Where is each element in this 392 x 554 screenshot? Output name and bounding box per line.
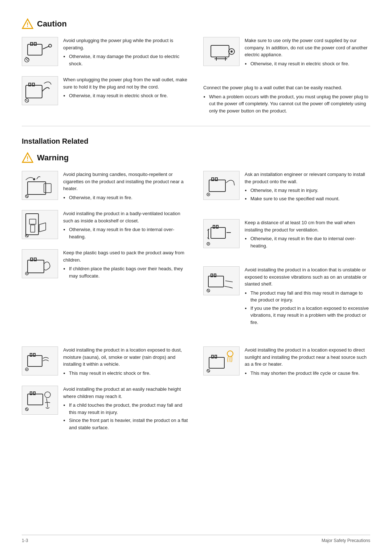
warn-img-1 xyxy=(22,171,58,200)
warn-text-l5: Avoid installing the product at an easil… xyxy=(63,386,189,432)
warn-illustration-1 xyxy=(24,173,56,198)
warning-left-1: Avoid placing burning candles, mosquito-… xyxy=(22,171,189,343)
warn-item-r1: Ask an installation engineer or relevant… xyxy=(203,171,370,211)
svg-line-65 xyxy=(26,408,28,410)
svg-point-34 xyxy=(26,273,28,274)
warn-illustration-r3 xyxy=(205,268,237,294)
svg-rect-10 xyxy=(26,85,42,98)
svg-point-21 xyxy=(33,178,35,180)
caution-item-2: When unplugging the power plug from the … xyxy=(22,76,189,105)
warn-item-r2: Keep a distance of at least 10 cm from t… xyxy=(203,219,370,258)
warning-grid-2: Avoid installing the product in a locati… xyxy=(22,346,370,440)
svg-rect-20 xyxy=(28,182,46,194)
caution-header: ! Caution xyxy=(22,18,370,30)
warn-img-r3 xyxy=(203,266,240,295)
caution-text-r1: Make sure to use only the power cord sup… xyxy=(245,37,370,68)
warn-illustration-r1 xyxy=(205,173,237,198)
warning-right-1: Ask an installation engineer or relevant… xyxy=(203,171,370,343)
caution-icon: ! xyxy=(22,18,33,30)
warn-illustration-l5 xyxy=(24,387,56,413)
warn-img-r2 xyxy=(203,219,240,248)
warn-illustration-2 xyxy=(24,212,56,237)
warn-item-l4: Avoid installing the product in a locati… xyxy=(22,346,189,378)
warn-img-3 xyxy=(22,249,58,278)
svg-line-9 xyxy=(26,59,28,61)
caution-item-1: Avoid unplugging the power plug while th… xyxy=(22,37,189,68)
svg-line-24 xyxy=(26,195,28,197)
svg-line-71 xyxy=(207,370,209,372)
warning-icon: ! xyxy=(22,152,33,164)
warn-img-r4 xyxy=(203,346,240,376)
warn-item-r3: Avoid installing the product in a locati… xyxy=(203,266,370,335)
svg-rect-30 xyxy=(28,260,44,273)
caution-illustration-r1 xyxy=(205,39,237,64)
caution-title: Caution xyxy=(37,19,67,29)
svg-point-63 xyxy=(45,392,50,398)
svg-point-40 xyxy=(208,194,209,195)
caution-text-1: Avoid unplugging the power plug while th… xyxy=(63,37,189,68)
svg-rect-22 xyxy=(44,184,51,193)
warn-img-l5 xyxy=(22,386,58,415)
warn-item-l5: Avoid installing the product at an easil… xyxy=(22,386,189,432)
caution-illustration-2 xyxy=(24,78,56,103)
footer-page-number: 1-3 xyxy=(22,538,28,543)
warning-left-2: Avoid installing the product in a locati… xyxy=(22,346,189,440)
caution-item-r1: Make sure to use only the power cord sup… xyxy=(203,37,370,76)
svg-rect-26 xyxy=(29,219,36,224)
svg-point-59 xyxy=(26,369,28,370)
caution-left-col: Avoid unplugging the power plug while th… xyxy=(22,37,189,122)
warn-img-l4 xyxy=(22,346,58,376)
warn-illustration-r4 xyxy=(205,348,237,374)
warn-text-r1: Ask an installation engineer or relevant… xyxy=(245,171,370,203)
warn-img-r1 xyxy=(203,171,240,200)
svg-line-52 xyxy=(225,281,233,282)
svg-point-48 xyxy=(208,243,209,245)
svg-rect-41 xyxy=(211,227,225,238)
warning-right-2: Avoid installing the product in a locati… xyxy=(203,346,370,440)
warn-text-1: Avoid placing burning candles, mosquito-… xyxy=(63,171,189,202)
svg-rect-15 xyxy=(211,45,229,57)
warn-item-r4: Avoid installing the product in a locati… xyxy=(203,346,370,386)
svg-line-54 xyxy=(207,290,209,292)
warn-item-3: Keep the plastic bags used to pack the p… xyxy=(22,249,189,280)
svg-text:!: ! xyxy=(26,156,28,162)
caution-img-r1 xyxy=(203,37,240,66)
svg-line-5 xyxy=(43,46,49,49)
warn-text-r4: Avoid installing the product in a locati… xyxy=(245,346,370,378)
warn-img-2 xyxy=(22,210,58,239)
svg-rect-2 xyxy=(28,44,42,55)
section-divider xyxy=(22,126,370,126)
warn-text-3: Keep the plastic bags used to pack the p… xyxy=(63,249,189,280)
warn-text-2: Avoid installing the product in a badly-… xyxy=(63,210,189,241)
warn-illustration-l4 xyxy=(24,348,56,374)
warning-header: ! Warning xyxy=(22,152,370,164)
warn-text-r2: Keep a distance of at least 10 cm from t… xyxy=(245,219,370,250)
warn-text-l4: Avoid installing the product in a locati… xyxy=(63,346,189,378)
caution-img-1 xyxy=(22,37,58,66)
svg-rect-27 xyxy=(30,225,35,232)
svg-point-6 xyxy=(49,44,52,47)
caution-img-2 xyxy=(22,76,58,105)
warn-illustration-r2 xyxy=(205,221,237,246)
caution-text-r2: Connect the power plug to a wall outlet … xyxy=(203,84,370,114)
caution-grid: Avoid unplugging the power plug while th… xyxy=(22,37,370,122)
warn-text-r3: Avoid installing the product in a locati… xyxy=(245,266,370,327)
svg-line-14 xyxy=(25,99,28,102)
warn-item-1: Avoid placing burning candles, mosquito-… xyxy=(22,171,189,202)
caution-text-2: When unplugging the power plug from the … xyxy=(63,76,189,100)
footer-section-title: Major Safety Precautions xyxy=(322,538,370,543)
warn-item-2: Avoid installing the product in a badly-… xyxy=(22,210,189,241)
svg-rect-60 xyxy=(28,394,43,405)
page-footer: 1-3 Major Safety Precautions xyxy=(22,535,370,543)
warn-illustration-3 xyxy=(24,251,56,276)
warning-title: Warning xyxy=(37,153,69,163)
installation-title: Installation Related xyxy=(22,137,370,145)
warning-grid-1: Avoid placing burning candles, mosquito-… xyxy=(22,171,370,343)
svg-line-38 xyxy=(234,182,234,185)
svg-rect-35 xyxy=(209,180,225,192)
svg-point-69 xyxy=(227,351,233,357)
caution-right-col: Make sure to use only the power cord sup… xyxy=(203,37,370,122)
svg-rect-49 xyxy=(208,276,224,287)
svg-text:!: ! xyxy=(26,22,28,28)
svg-rect-55 xyxy=(28,356,42,366)
